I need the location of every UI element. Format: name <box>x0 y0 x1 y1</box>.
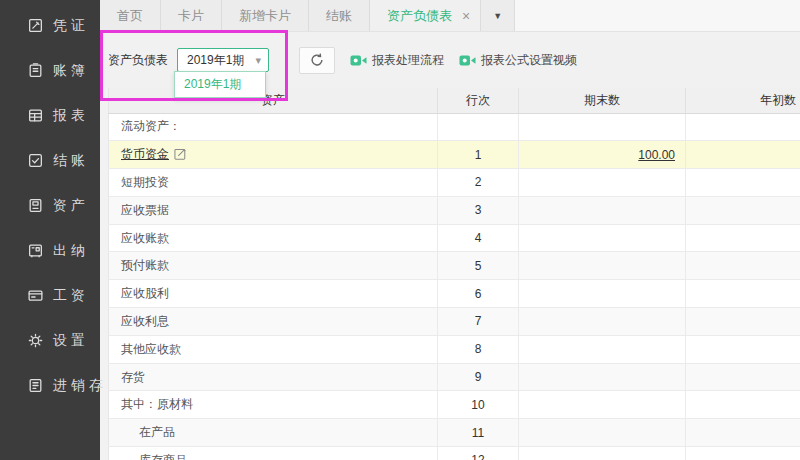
refresh-button[interactable] <box>299 47 335 74</box>
table-row: 预付账款5 <box>109 252 800 280</box>
sidebar-item-label: 凭证 <box>53 17 89 35</box>
sidebar-item-label: 工资 <box>53 287 89 305</box>
cell-ending-balance <box>519 224 686 252</box>
sidebar-item-label: 进销存 <box>53 377 107 395</box>
sidebar-item-closing[interactable]: 结账 <box>0 138 100 183</box>
cell-ending-balance <box>519 391 686 419</box>
sidebar-item-label: 报表 <box>53 107 89 125</box>
table-row: 流动资产： <box>109 113 800 141</box>
settings-icon <box>27 332 44 349</box>
sidebar-item-inventory[interactable]: 进销存 <box>0 363 100 408</box>
cell-ending-balance <box>519 169 686 197</box>
col-header-begin: 年初数 <box>686 88 800 113</box>
asset-name-label[interactable]: 货币资金 <box>121 147 169 161</box>
sidebar-item-label: 设置 <box>53 332 89 350</box>
cell-beginning-balance <box>686 169 800 197</box>
sidebar-item-label: 出纳 <box>53 242 89 260</box>
tab-home[interactable]: 首页 <box>100 0 161 31</box>
table-row: 库存商品12 <box>109 447 800 460</box>
asset-name-label: 应收利息 <box>121 314 169 328</box>
toolbar-links: 报表处理流程报表公式设置视频 <box>335 52 577 69</box>
sidebar: 凭证账簿报表结账资产出纳工资设置进销存 <box>0 0 100 460</box>
cell-asset-name: 应收账款 <box>109 224 438 252</box>
close-tab-icon[interactable]: × <box>462 9 470 23</box>
report-process-flow-link[interactable]: 报表处理流程 <box>350 52 444 69</box>
sidebar-item-settings[interactable]: 设置 <box>0 318 100 363</box>
cell-asset-name: 应收票据 <box>109 196 438 224</box>
period-select[interactable]: 2019年1期 ▾ <box>177 48 269 72</box>
closing-icon <box>27 152 44 169</box>
tab-label: 结账 <box>326 7 352 25</box>
cell-beginning-balance <box>686 419 800 447</box>
sidebar-item-report[interactable]: 报表 <box>0 93 100 138</box>
col-header-asset: 资产 <box>109 88 438 113</box>
cell-line-number: 4 <box>438 224 519 252</box>
cell-beginning-balance <box>686 280 800 308</box>
link-label: 报表公式设置视频 <box>481 52 577 69</box>
asset-name-label: 存货 <box>121 370 145 384</box>
tab-card[interactable]: 卡片 <box>161 0 222 31</box>
tab-new-card[interactable]: 新增卡片 <box>222 0 309 31</box>
cell-asset-name: 其中：原材料 <box>109 391 438 419</box>
cell-ending-balance <box>519 335 686 363</box>
cell-asset-name: 其他应收款 <box>109 335 438 363</box>
table-row: 在产品11 <box>109 419 800 447</box>
cell-beginning-balance <box>686 141 800 169</box>
table-row: 应收账款4 <box>109 224 800 252</box>
cell-beginning-balance <box>686 252 800 280</box>
period-option[interactable]: 2019年1期 <box>175 72 265 97</box>
cell-ending-balance <box>519 419 686 447</box>
cell-beginning-balance <box>686 391 800 419</box>
cell-beginning-balance <box>686 113 800 141</box>
refresh-icon <box>309 52 325 68</box>
edit-icon[interactable] <box>174 147 187 160</box>
table-row: 货币资金1100.00 <box>109 141 800 169</box>
tab-label: 资产负债表 <box>387 7 452 25</box>
sidebar-item-asset[interactable]: 资产 <box>0 183 100 228</box>
sidebar-item-cashier[interactable]: 出纳 <box>0 228 100 273</box>
cell-ending-balance <box>519 113 686 141</box>
sidebar-item-voucher[interactable]: 凭证 <box>0 3 100 48</box>
asset-name-label: 其他应收款 <box>121 342 181 356</box>
table-row: 其中：原材料10 <box>109 391 800 419</box>
asset-name-label: 在产品 <box>139 425 175 439</box>
cell-asset-name: 预付账款 <box>109 252 438 280</box>
asset-name-label: 其中：原材料 <box>121 397 193 411</box>
cell-asset-name: 在产品 <box>109 419 438 447</box>
cell-line-number: 9 <box>438 363 519 391</box>
cell-line-number: 6 <box>438 280 519 308</box>
app-window: 凭证账簿报表结账资产出纳工资设置进销存 首页卡片新增卡片结账资产负债表×▼ 资产… <box>0 0 800 460</box>
tab-balance-sheet[interactable]: 资产负债表× <box>370 0 481 31</box>
table-row: 应收利息7 <box>109 308 800 336</box>
tab-closing[interactable]: 结账 <box>309 0 370 31</box>
cell-asset-name: 货币资金 <box>109 141 438 169</box>
cell-ending-balance <box>519 447 686 460</box>
video-camera-icon <box>459 54 481 67</box>
chevron-down-icon: ▾ <box>255 49 261 71</box>
tab-list-dropdown-icon[interactable]: ▼ <box>481 0 515 31</box>
inventory-icon <box>27 377 44 394</box>
report-table-body: 流动资产：货币资金1100.00短期投资2应收票据3应收账款4预付账款5应收股利… <box>109 113 800 460</box>
formula-setting-video-link[interactable]: 报表公式设置视频 <box>459 52 577 69</box>
ending-balance-link[interactable]: 100.00 <box>638 148 675 162</box>
period-select-value: 2019年1期 <box>187 53 244 67</box>
table-row: 应收股利6 <box>109 280 800 308</box>
cell-beginning-balance <box>686 363 800 391</box>
cell-line-number <box>438 113 519 141</box>
table-row: 短期投资2 <box>109 169 800 197</box>
video-camera-icon <box>350 54 372 67</box>
sidebar-item-ledger[interactable]: 账簿 <box>0 48 100 93</box>
cell-ending-balance <box>519 196 686 224</box>
cell-ending-balance <box>519 252 686 280</box>
table-row: 应收票据3 <box>109 196 800 224</box>
tab-label: 新增卡片 <box>239 7 291 25</box>
cell-ending-balance: 100.00 <box>519 141 686 169</box>
cell-asset-name: 存货 <box>109 363 438 391</box>
sidebar-item-label: 资产 <box>53 197 89 215</box>
cell-beginning-balance <box>686 196 800 224</box>
cell-asset-name: 库存商品 <box>109 447 438 460</box>
salary-icon <box>27 287 44 304</box>
cell-line-number: 5 <box>438 252 519 280</box>
sidebar-item-salary[interactable]: 工资 <box>0 273 100 318</box>
cell-beginning-balance <box>686 335 800 363</box>
